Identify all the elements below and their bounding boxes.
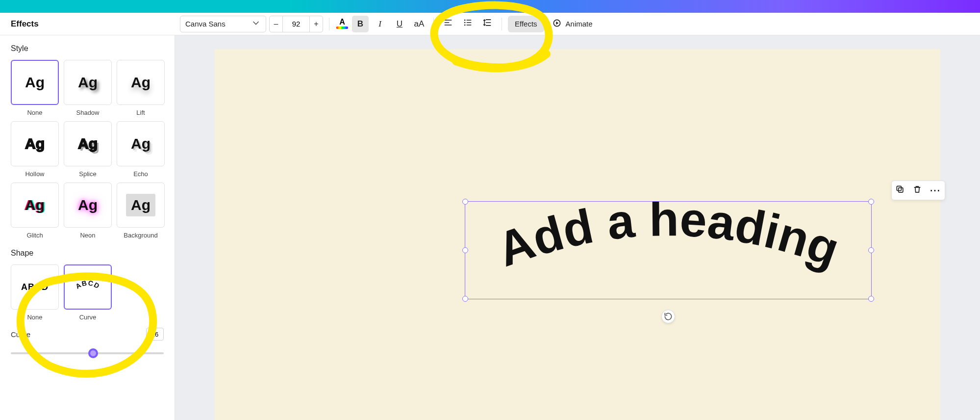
- font-size-increase[interactable]: +: [309, 16, 323, 32]
- main-area: Style Ag None Ag Shadow Ag Lift Ag Hollo…: [0, 35, 980, 420]
- font-family-value: Canva Sans: [185, 20, 226, 28]
- resize-handle[interactable]: [462, 199, 468, 205]
- spacing-button[interactable]: [479, 16, 496, 32]
- rainbow-icon: [336, 26, 348, 29]
- curve-slider-thumb[interactable]: [88, 348, 98, 358]
- text-color-letter: A: [339, 19, 345, 26]
- heading-text[interactable]: Add a heading: [490, 202, 846, 277]
- separator: [329, 18, 329, 30]
- resize-handle[interactable]: [868, 247, 874, 253]
- shape-option-none[interactable]: ABCD None: [11, 264, 59, 321]
- chevron-down-icon: [251, 18, 261, 29]
- text-toolbar: Canva Sans – + A B I U aA: [175, 13, 980, 35]
- animate-button[interactable]: Animate: [547, 16, 598, 32]
- selected-text-element[interactable]: Add a heading: [465, 201, 872, 299]
- brand-gradient-bar: [0, 0, 980, 13]
- sidebar-title: Effects: [0, 13, 175, 35]
- shape-grid: ABCD None ABCD Curve: [11, 264, 164, 321]
- style-option-glitch[interactable]: Ag Glitch: [11, 183, 59, 239]
- style-option-hollow[interactable]: Ag Hollow: [11, 121, 59, 178]
- animate-icon: [552, 18, 562, 29]
- svg-point-1: [464, 22, 466, 24]
- font-size-input[interactable]: [283, 16, 309, 32]
- curved-text-svg: Add a heading: [465, 202, 871, 299]
- style-option-neon[interactable]: Ag Neon: [64, 183, 112, 239]
- style-option-background[interactable]: Ag Background: [117, 183, 165, 239]
- style-option-echo[interactable]: Ag Echo: [117, 121, 165, 178]
- align-icon: [443, 18, 453, 30]
- shape-section-label: Shape: [11, 249, 164, 258]
- style-section-label: Style: [11, 44, 164, 53]
- font-size-stepper: – +: [269, 16, 323, 32]
- design-page[interactable]: ⋯ Add a heading: [215, 49, 940, 420]
- svg-point-0: [464, 20, 466, 21]
- top-bar: Effects Canva Sans – + A B I U aA: [0, 13, 980, 35]
- effects-button[interactable]: Effects: [508, 16, 544, 32]
- resize-handle[interactable]: [868, 199, 874, 205]
- separator: [502, 18, 502, 30]
- svg-point-2: [464, 25, 466, 26]
- resize-handle[interactable]: [462, 296, 468, 302]
- style-option-none[interactable]: Ag None: [11, 60, 59, 116]
- case-button[interactable]: aA: [411, 16, 427, 32]
- svg-text:ABCD: ABCD: [74, 279, 101, 290]
- style-option-splice[interactable]: Ag Splice: [64, 121, 112, 178]
- svg-text:Add a heading: Add a heading: [490, 202, 846, 277]
- style-option-lift[interactable]: Ag Lift: [117, 60, 165, 116]
- style-option-shadow[interactable]: Ag Shadow: [64, 60, 112, 116]
- underline-button[interactable]: U: [391, 16, 408, 32]
- trash-button[interactable]: [912, 184, 922, 196]
- duplicate-button[interactable]: [895, 184, 905, 196]
- effects-sidebar: Style Ag None Ag Shadow Ag Lift Ag Hollo…: [0, 35, 175, 420]
- curve-slider-row: Curve: [11, 328, 164, 341]
- style-grid: Ag None Ag Shadow Ag Lift Ag Hollow Ag S…: [11, 60, 164, 239]
- list-icon: [463, 18, 473, 30]
- spacing-icon: [482, 18, 492, 30]
- alignment-button[interactable]: [440, 16, 456, 32]
- resize-handle[interactable]: [462, 247, 468, 253]
- font-family-select[interactable]: Canva Sans: [180, 16, 266, 32]
- svg-rect-5: [899, 188, 903, 192]
- curve-value-input[interactable]: [146, 328, 164, 341]
- floating-element-toolbar: ⋯: [891, 181, 945, 200]
- canvas-viewport[interactable]: ⋯ Add a heading: [175, 35, 980, 420]
- more-button[interactable]: ⋯: [930, 184, 941, 197]
- bullet-list-button[interactable]: [459, 16, 476, 32]
- rotate-handle[interactable]: [661, 310, 675, 323]
- curve-slider[interactable]: [11, 352, 164, 354]
- separator: [433, 18, 434, 30]
- resize-handle[interactable]: [868, 296, 874, 302]
- font-size-decrease[interactable]: –: [269, 16, 283, 32]
- curve-slider-label: Curve: [11, 330, 30, 339]
- bold-button[interactable]: B: [352, 16, 369, 32]
- svg-rect-6: [897, 186, 902, 190]
- text-color-button[interactable]: A: [335, 16, 349, 32]
- animate-label: Animate: [566, 20, 593, 28]
- italic-button[interactable]: I: [372, 16, 388, 32]
- shape-option-curve[interactable]: ABCD Curve: [64, 264, 112, 321]
